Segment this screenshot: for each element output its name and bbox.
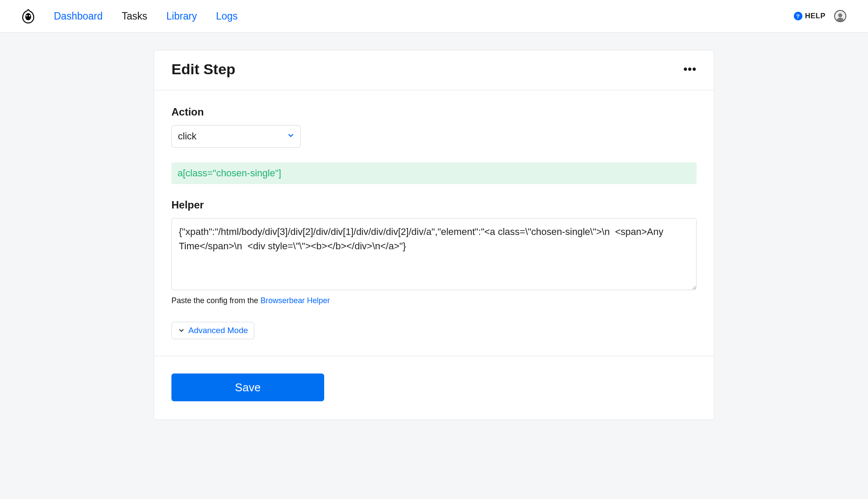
topbar-left: Dashboard Tasks Library Logs [22, 8, 238, 24]
helper-link[interactable]: Browserbear Helper [260, 296, 330, 305]
avatar[interactable] [834, 10, 846, 22]
nav-logs[interactable]: Logs [216, 10, 238, 22]
topbar-right: ? HELP [794, 10, 846, 22]
svg-point-2 [29, 15, 30, 17]
action-select[interactable] [171, 125, 301, 148]
nav-tasks[interactable]: Tasks [122, 10, 148, 22]
hint-text: Paste the config from the [171, 296, 260, 305]
card-body: Action a[class="chosen-single"] Helper P… [154, 90, 714, 356]
action-label: Action [171, 106, 697, 118]
main-nav: Dashboard Tasks Library Logs [54, 10, 238, 22]
bear-logo-icon [22, 8, 35, 24]
helper-textarea[interactable] [171, 218, 697, 290]
logo[interactable] [22, 8, 35, 24]
card-header: Edit Step ••• [154, 50, 714, 90]
help-label: HELP [805, 12, 825, 20]
avatar-icon [835, 12, 845, 21]
action-select-wrap [171, 125, 301, 148]
selector-preview: a[class="chosen-single"] [171, 162, 697, 184]
chevron-down-icon [178, 327, 185, 334]
helper-hint: Paste the config from the Browserbear He… [171, 296, 697, 305]
edit-step-card: Edit Step ••• Action a[class="chosen-sin… [154, 50, 714, 420]
helper-label: Helper [171, 199, 697, 211]
card-footer: Save [154, 356, 714, 420]
advanced-mode-label: Advanced Mode [188, 326, 248, 335]
svg-point-0 [25, 13, 31, 20]
page-title: Edit Step [171, 61, 235, 78]
svg-point-3 [838, 13, 842, 17]
nav-dashboard[interactable]: Dashboard [54, 10, 103, 22]
advanced-mode-toggle[interactable]: Advanced Mode [171, 322, 254, 339]
nav-library[interactable]: Library [166, 10, 197, 22]
help-icon: ? [794, 12, 802, 20]
more-menu-icon[interactable]: ••• [684, 64, 697, 75]
main-content: Edit Step ••• Action a[class="chosen-sin… [0, 33, 868, 446]
help-button[interactable]: ? HELP [794, 12, 825, 20]
svg-point-1 [26, 15, 27, 17]
topbar: Dashboard Tasks Library Logs ? HELP [0, 0, 868, 33]
save-button[interactable]: Save [171, 373, 324, 401]
